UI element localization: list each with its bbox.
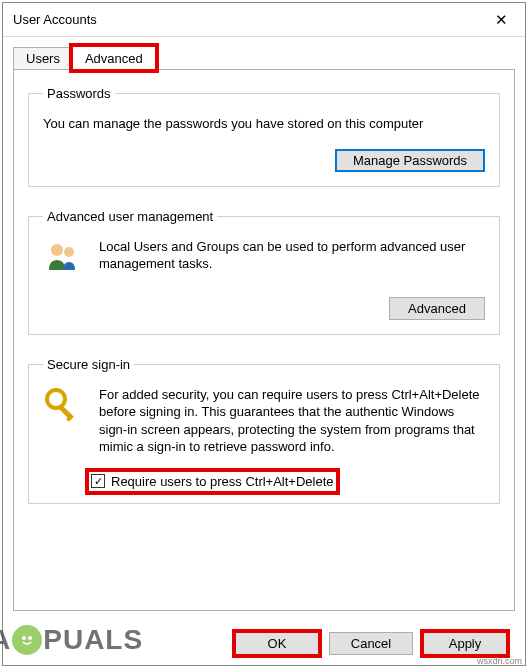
checkbox-icon: ✓ <box>91 474 105 488</box>
secure-checkbox-row[interactable]: ✓ Require users to press Ctrl+Alt+Delete <box>91 474 334 489</box>
close-button[interactable]: ✕ <box>479 5 523 35</box>
advanced-user-mgmt-group: Advanced user management Local Users and… <box>28 209 500 335</box>
secure-signin-group: Secure sign-in For added security, you c… <box>28 357 500 504</box>
tab-panel-advanced: Passwords You can manage the passwords y… <box>13 69 515 611</box>
tab-advanced[interactable]: Advanced <box>72 46 156 70</box>
passwords-desc: You can manage the passwords you have st… <box>43 115 485 133</box>
cancel-button[interactable]: Cancel <box>329 632 413 655</box>
svg-point-1 <box>64 247 74 257</box>
tab-users[interactable]: Users <box>13 47 73 70</box>
aum-legend: Advanced user management <box>43 209 217 224</box>
aum-desc: Local Users and Groups can be used to pe… <box>99 238 485 273</box>
advanced-button[interactable]: Advanced <box>389 297 485 320</box>
key-icon <box>43 386 87 429</box>
users-icon <box>43 238 87 281</box>
apply-button[interactable]: Apply <box>423 632 507 655</box>
dialog-footer: OK Cancel Apply <box>235 632 507 655</box>
close-icon: ✕ <box>495 11 508 29</box>
manage-passwords-button[interactable]: Manage Passwords <box>335 149 485 172</box>
window-title: User Accounts <box>13 12 97 27</box>
passwords-group: Passwords You can manage the passwords y… <box>28 86 500 187</box>
svg-point-0 <box>51 244 63 256</box>
titlebar: User Accounts ✕ <box>3 3 525 37</box>
secure-checkbox-label: Require users to press Ctrl+Alt+Delete <box>111 474 334 489</box>
ok-button[interactable]: OK <box>235 632 319 655</box>
svg-point-2 <box>47 390 65 408</box>
secure-desc: For added security, you can require user… <box>99 386 485 456</box>
tab-strip: Users Advanced <box>13 45 515 70</box>
user-accounts-window: User Accounts ✕ Users Advanced Passwords… <box>2 2 526 666</box>
secure-legend: Secure sign-in <box>43 357 134 372</box>
passwords-legend: Passwords <box>43 86 115 101</box>
